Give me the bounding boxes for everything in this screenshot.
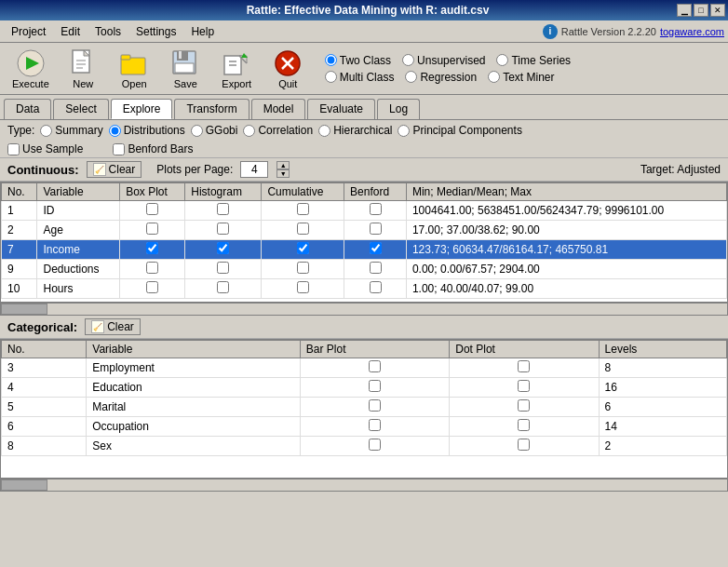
text-miner-radio[interactable] bbox=[488, 71, 500, 83]
table-row[interactable]: 9 Deductions 0.00; 0.00/67.57; 2904.00 bbox=[2, 260, 727, 279]
summary-radio[interactable] bbox=[40, 125, 52, 137]
continuous-clear-button[interactable]: 🧹 Clear bbox=[87, 161, 142, 178]
cell-histogram[interactable] bbox=[185, 279, 262, 299]
distributions-radio-label[interactable]: Distributions bbox=[109, 124, 185, 137]
menu-help[interactable]: Help bbox=[183, 23, 222, 40]
cell-dotplot[interactable] bbox=[450, 358, 599, 378]
table-row[interactable]: 7 Income 123.73; 60634.47/86164.17; 4657… bbox=[2, 240, 727, 260]
histogram-checkbox[interactable] bbox=[217, 262, 229, 274]
close-button[interactable]: ✕ bbox=[710, 4, 725, 17]
histogram-checkbox[interactable] bbox=[217, 203, 229, 215]
regression-radio-label[interactable]: Regression bbox=[405, 71, 477, 84]
categorical-horizontal-scrollbar[interactable] bbox=[0, 479, 728, 492]
two-class-radio-label[interactable]: Two Class bbox=[325, 54, 391, 67]
barplot-checkbox[interactable] bbox=[369, 439, 381, 451]
plots-spinner-up[interactable]: ▲ bbox=[276, 161, 290, 169]
tab-evaluate[interactable]: Evaluate bbox=[307, 99, 375, 119]
cell-boxplot[interactable] bbox=[120, 240, 185, 260]
benford-bars-checkbox[interactable] bbox=[113, 143, 125, 155]
cell-histogram[interactable] bbox=[185, 260, 262, 279]
menu-settings[interactable]: Settings bbox=[128, 23, 183, 40]
cell-benford[interactable] bbox=[344, 201, 407, 221]
cell-cumulative[interactable] bbox=[262, 279, 344, 299]
boxplot-checkbox[interactable] bbox=[146, 262, 158, 274]
benford-checkbox[interactable] bbox=[370, 281, 382, 293]
menu-project[interactable]: Project bbox=[4, 23, 53, 40]
cumulative-checkbox[interactable] bbox=[297, 223, 309, 235]
cell-benford[interactable] bbox=[344, 260, 407, 279]
continuous-horizontal-scrollbar[interactable] bbox=[0, 303, 728, 316]
barplot-checkbox[interactable] bbox=[369, 419, 381, 431]
cell-benford[interactable] bbox=[344, 240, 407, 260]
plots-spinner-down[interactable]: ▼ bbox=[276, 169, 290, 178]
cell-histogram[interactable] bbox=[185, 221, 262, 240]
benford-checkbox[interactable] bbox=[370, 223, 382, 235]
summary-radio-label[interactable]: Summary bbox=[40, 124, 102, 137]
cell-cumulative[interactable] bbox=[262, 260, 344, 279]
menu-tools[interactable]: Tools bbox=[88, 23, 128, 40]
tab-select[interactable]: Select bbox=[53, 99, 108, 119]
ggobi-radio-label[interactable]: GGobi bbox=[191, 124, 238, 137]
table-row[interactable]: 10 Hours 1.00; 40.00/40.07; 99.00 bbox=[2, 279, 727, 299]
barplot-checkbox[interactable] bbox=[369, 399, 381, 412]
menu-edit[interactable]: Edit bbox=[53, 23, 88, 40]
tab-log[interactable]: Log bbox=[377, 99, 420, 119]
unsupervised-radio[interactable] bbox=[402, 54, 414, 66]
barplot-checkbox[interactable] bbox=[369, 360, 381, 372]
plots-per-page-input[interactable] bbox=[240, 161, 268, 178]
cell-barplot[interactable] bbox=[300, 358, 449, 378]
principal-radio[interactable] bbox=[398, 125, 410, 137]
histogram-checkbox[interactable] bbox=[217, 242, 229, 254]
table-row[interactable]: 5 Marital 6 bbox=[2, 398, 727, 417]
tab-data[interactable]: Data bbox=[4, 99, 51, 119]
benford-checkbox[interactable] bbox=[370, 203, 382, 215]
multi-class-radio[interactable] bbox=[325, 71, 337, 83]
cell-cumulative[interactable] bbox=[262, 240, 344, 260]
table-row[interactable]: 8 Sex 2 bbox=[2, 437, 727, 456]
two-class-radio[interactable] bbox=[325, 54, 337, 66]
cell-barplot[interactable] bbox=[300, 417, 449, 437]
cell-boxplot[interactable] bbox=[120, 221, 185, 240]
export-button[interactable]: Export bbox=[211, 44, 263, 94]
continuous-table-container[interactable]: No. Variable Box Plot Histogram Cumulati… bbox=[0, 182, 728, 303]
table-row[interactable]: 6 Occupation 14 bbox=[2, 417, 727, 437]
table-row[interactable]: 2 Age 17.00; 37.00/38.62; 90.00 bbox=[2, 221, 727, 240]
minimize-button[interactable]: ▁ bbox=[677, 4, 692, 17]
execute-button[interactable]: Execute bbox=[4, 44, 58, 94]
benford-bars-label[interactable]: Benford Bars bbox=[113, 142, 193, 155]
boxplot-checkbox[interactable] bbox=[146, 281, 158, 293]
cell-cumulative[interactable] bbox=[262, 221, 344, 240]
cell-benford[interactable] bbox=[344, 221, 407, 240]
correlation-radio-label[interactable]: Correlation bbox=[243, 124, 313, 137]
cell-dotplot[interactable] bbox=[450, 398, 599, 417]
cell-boxplot[interactable] bbox=[120, 279, 185, 299]
new-button[interactable]: New bbox=[58, 44, 109, 94]
cell-barplot[interactable] bbox=[300, 378, 449, 398]
dotplot-checkbox[interactable] bbox=[518, 360, 530, 372]
cumulative-checkbox[interactable] bbox=[297, 242, 309, 254]
boxplot-checkbox[interactable] bbox=[146, 223, 158, 235]
cell-cumulative[interactable] bbox=[262, 201, 344, 221]
dotplot-checkbox[interactable] bbox=[518, 439, 530, 451]
cell-histogram[interactable] bbox=[185, 240, 262, 260]
dotplot-checkbox[interactable] bbox=[518, 399, 530, 412]
categorical-table-container[interactable]: No. Variable Bar Plot Dot Plot Levels 3 … bbox=[0, 339, 728, 479]
quit-button[interactable]: Quit bbox=[263, 44, 314, 94]
cell-boxplot[interactable] bbox=[120, 260, 185, 279]
time-series-radio[interactable] bbox=[496, 54, 508, 66]
categorical-clear-button[interactable]: 🧹 Clear bbox=[85, 318, 141, 335]
table-row[interactable]: 4 Education 16 bbox=[2, 378, 727, 398]
unsupervised-radio-label[interactable]: Unsupervised bbox=[402, 54, 485, 67]
correlation-radio[interactable] bbox=[243, 125, 255, 137]
cell-barplot[interactable] bbox=[300, 437, 449, 456]
togaware-link[interactable]: togaware.com bbox=[660, 26, 724, 37]
hierarchical-radio[interactable] bbox=[318, 125, 330, 137]
boxplot-checkbox[interactable] bbox=[146, 203, 158, 215]
tab-explore[interactable]: Explore bbox=[111, 99, 173, 119]
barplot-checkbox[interactable] bbox=[369, 380, 381, 392]
multi-class-radio-label[interactable]: Multi Class bbox=[325, 71, 395, 84]
table-row[interactable]: 1 ID 1004641.00; 5638451.00/5624347.79; … bbox=[2, 201, 727, 221]
hierarchical-radio-label[interactable]: Hierarchical bbox=[318, 124, 392, 137]
time-series-radio-label[interactable]: Time Series bbox=[496, 54, 571, 67]
dotplot-checkbox[interactable] bbox=[518, 380, 530, 392]
